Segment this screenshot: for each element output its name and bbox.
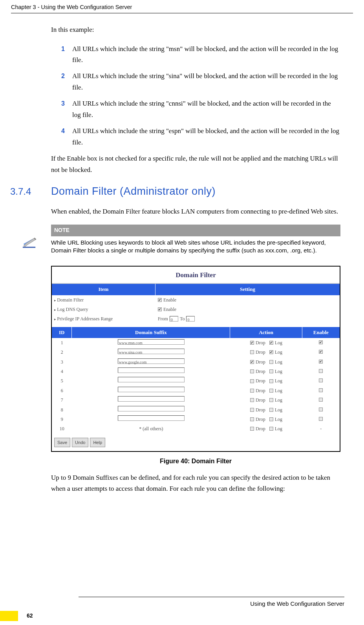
screenshot-figure: Domain Filter Item Setting Domain Filter… (51, 266, 340, 452)
row-action-cell: DropLog (230, 367, 302, 375)
domain-suffix-input[interactable] (118, 387, 185, 392)
screenshot-buttons: Save Undo Help (52, 434, 340, 451)
drop-checkbox[interactable] (250, 417, 254, 421)
log-label: Log (275, 415, 282, 423)
log-checkbox[interactable] (269, 360, 273, 364)
enable-checkbox[interactable] (319, 360, 323, 364)
enable-domain-filter-checkbox[interactable] (158, 298, 162, 302)
row-action-cell: DropLog (230, 406, 302, 414)
enable-checkbox[interactable] (319, 378, 323, 382)
table-row: 6DropLog (52, 386, 340, 395)
screenshot-titlebar: Domain Filter (52, 267, 340, 284)
table-row: 1www.msn.comDropLog (52, 338, 340, 347)
enable-checkbox[interactable] (319, 398, 323, 402)
col-header-suffix: Domain Suffix (72, 327, 230, 338)
enable-checkbox[interactable] (319, 388, 323, 392)
drop-label: Drop (256, 377, 265, 385)
row-suffix-cell: * (all others) (72, 425, 230, 433)
row-id: 4 (52, 367, 72, 375)
log-checkbox[interactable] (269, 408, 273, 412)
drop-checkbox[interactable] (250, 408, 254, 412)
drop-checkbox[interactable] (250, 341, 254, 345)
log-label: Log (275, 406, 282, 414)
row-suffix-cell (72, 396, 230, 404)
table-row: 2www.sina.comDropLog (52, 347, 340, 357)
table-row: 3www.google.comDropLog (52, 357, 340, 367)
enable-checkbox[interactable] (319, 350, 323, 354)
col-header-item: Item (52, 284, 155, 295)
setting-enable-label: Enable (163, 305, 176, 313)
drop-checkbox[interactable] (250, 379, 254, 383)
log-label: Log (275, 377, 282, 385)
note-header: NOTE (51, 225, 340, 236)
domain-suffix-input[interactable]: www.sina.com (118, 349, 185, 354)
log-checkbox[interactable] (269, 379, 273, 383)
svg-rect-1 (23, 247, 35, 248)
log-checkbox[interactable] (269, 350, 273, 354)
row-enable-cell (302, 367, 340, 375)
domain-suffix-input[interactable] (118, 396, 185, 402)
domain-suffix-input[interactable] (118, 377, 185, 382)
setting-row-domain-filter: Domain Filter Enable (52, 295, 340, 305)
domain-suffix-input[interactable]: www.msn.com (118, 339, 185, 345)
intro-line: In this example: (51, 24, 340, 36)
section-number: 3.7.4 (10, 184, 51, 200)
list-item: 4 All URLs which include the string "esp… (51, 126, 340, 148)
row-enable-cell (302, 396, 340, 404)
domain-suffix-input[interactable] (118, 367, 185, 373)
row-id: 3 (52, 358, 72, 366)
section-heading: 3.7.4 Domain Filter (Administrator only) (10, 183, 340, 201)
drop-checkbox[interactable] (250, 389, 254, 393)
enable-checkbox[interactable] (319, 408, 323, 411)
enable-log-dns-checkbox[interactable] (158, 307, 162, 311)
drop-checkbox[interactable] (250, 427, 254, 431)
drop-label: Drop (256, 396, 265, 404)
row-id: 8 (52, 406, 72, 414)
list-item: 2 All URLs which include the string "sin… (51, 71, 340, 93)
note-text: While URL Blocking uses keywords to bloc… (39, 236, 340, 255)
row-action-cell: DropLog (230, 396, 302, 404)
drop-checkbox[interactable] (250, 350, 254, 354)
after-list-para: If the Enable box is not checked for a s… (51, 153, 340, 176)
domain-suffix-input[interactable] (118, 415, 185, 421)
drop-label: Drop (256, 425, 265, 433)
drop-label: Drop (256, 415, 265, 423)
log-checkbox[interactable] (269, 369, 273, 373)
drop-checkbox[interactable] (250, 360, 254, 364)
log-checkbox[interactable] (269, 427, 273, 431)
log-checkbox[interactable] (269, 389, 273, 393)
row-id: 1 (52, 339, 72, 347)
log-checkbox[interactable] (269, 417, 273, 421)
row-suffix-cell: www.msn.com (72, 339, 230, 347)
table-row: 8DropLog (52, 405, 340, 415)
log-checkbox[interactable] (269, 398, 273, 402)
enable-checkbox[interactable] (319, 417, 323, 421)
table-row: 4DropLog (52, 367, 340, 376)
section-title: Domain Filter (Administrator only) (51, 183, 216, 201)
help-button[interactable]: Help (90, 438, 105, 448)
enable-checkbox[interactable] (319, 340, 323, 344)
row-action-cell: DropLog (230, 358, 302, 366)
chapter-line: Chapter 3 - Using the Web Configuration … (11, 4, 132, 10)
after-figure-para: Up to 9 Domain Suffixes can be defined, … (51, 472, 340, 495)
domain-suffix-input[interactable]: www.google.com (118, 358, 185, 364)
row-suffix-cell: www.sina.com (72, 348, 230, 356)
col-header-enable: Enable (302, 327, 340, 338)
drop-label: Drop (256, 406, 265, 414)
log-checkbox[interactable] (269, 341, 273, 345)
row-suffix-cell (72, 406, 230, 414)
save-button[interactable]: Save (54, 438, 70, 448)
list-text: All URLs which include the string "espn"… (72, 126, 340, 148)
range-from-input[interactable]: 0 (170, 316, 178, 322)
drop-checkbox[interactable] (250, 398, 254, 402)
screenshot-body: Item Setting Domain Filter Enable Log DN… (52, 284, 340, 451)
range-to-input[interactable]: 0 (186, 316, 195, 322)
undo-button[interactable]: Undo (72, 438, 88, 448)
drop-checkbox[interactable] (250, 369, 254, 373)
section-intro: When enabled, the Domain Filter feature … (51, 206, 340, 217)
footer-text: Using the Web Configuration Server (0, 597, 364, 609)
domain-table-header: ID Domain Suffix Action Enable (52, 327, 340, 338)
domain-suffix-input[interactable] (118, 406, 185, 411)
enable-checkbox[interactable] (319, 369, 323, 373)
page-header: Chapter 3 - Using the Web Configuration … (11, 0, 353, 13)
